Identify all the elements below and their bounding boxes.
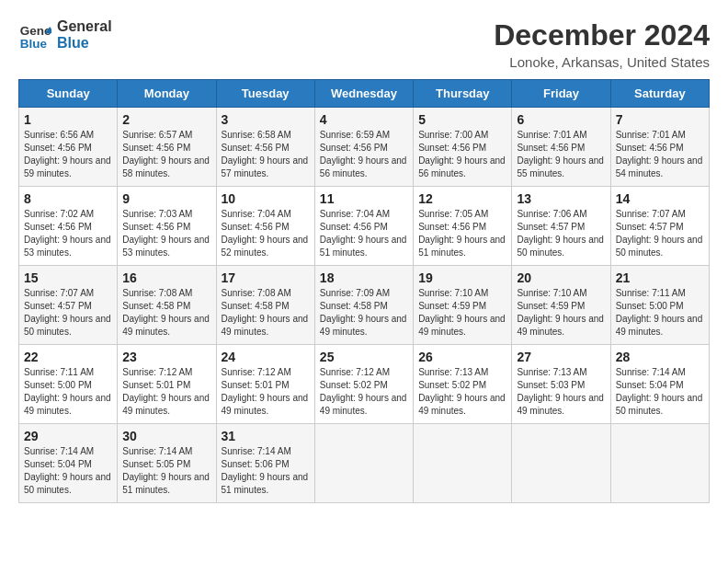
day-number: 28 bbox=[616, 350, 704, 364]
table-row: 5 Sunrise: 7:00 AM Sunset: 4:56 PM Dayli… bbox=[414, 108, 512, 187]
table-row: 15 Sunrise: 7:07 AM Sunset: 4:57 PM Dayl… bbox=[19, 266, 118, 345]
day-info: Sunrise: 6:56 AM Sunset: 4:56 PM Dayligh… bbox=[24, 129, 112, 180]
day-number: 23 bbox=[122, 350, 210, 364]
day-number: 11 bbox=[320, 191, 408, 206]
day-number: 7 bbox=[616, 112, 704, 127]
calendar-title: December 2024 bbox=[494, 18, 710, 52]
table-row: 6 Sunrise: 7:01 AM Sunset: 4:56 PM Dayli… bbox=[512, 108, 610, 187]
logo-icon: General Blue bbox=[18, 18, 51, 52]
table-row bbox=[314, 424, 413, 503]
day-number: 13 bbox=[517, 191, 605, 206]
header-tuesday: Tuesday bbox=[216, 80, 314, 108]
header-saturday: Saturday bbox=[610, 80, 709, 108]
title-area: December 2024 Lonoke, Arkansas, United S… bbox=[494, 18, 710, 70]
logo: General Blue General Blue bbox=[18, 18, 112, 52]
day-info: Sunrise: 7:04 AM Sunset: 4:56 PM Dayligh… bbox=[222, 208, 310, 259]
day-number: 31 bbox=[222, 429, 310, 443]
calendar-week-row: 29 Sunrise: 7:14 AM Sunset: 5:04 PM Dayl… bbox=[19, 424, 710, 503]
table-row: 30 Sunrise: 7:14 AM Sunset: 5:05 PM Dayl… bbox=[118, 424, 216, 503]
table-row: 16 Sunrise: 7:08 AM Sunset: 4:58 PM Dayl… bbox=[118, 266, 216, 345]
table-row bbox=[414, 424, 512, 503]
day-info: Sunrise: 7:10 AM Sunset: 4:59 PM Dayligh… bbox=[418, 287, 506, 339]
day-number: 17 bbox=[222, 270, 310, 285]
table-row: 2 Sunrise: 6:57 AM Sunset: 4:56 PM Dayli… bbox=[118, 108, 216, 187]
day-info: Sunrise: 7:09 AM Sunset: 4:58 PM Dayligh… bbox=[320, 287, 408, 339]
day-info: Sunrise: 7:04 AM Sunset: 4:56 PM Dayligh… bbox=[320, 208, 408, 259]
day-info: Sunrise: 7:13 AM Sunset: 5:03 PM Dayligh… bbox=[517, 366, 605, 418]
day-info: Sunrise: 7:07 AM Sunset: 4:57 PM Dayligh… bbox=[616, 208, 704, 259]
day-info: Sunrise: 6:59 AM Sunset: 4:56 PM Dayligh… bbox=[320, 129, 408, 180]
table-row: 12 Sunrise: 7:05 AM Sunset: 4:56 PM Dayl… bbox=[414, 187, 512, 266]
table-row: 9 Sunrise: 7:03 AM Sunset: 4:56 PM Dayli… bbox=[118, 187, 216, 266]
header-sunday: Sunday bbox=[19, 80, 118, 108]
day-number: 10 bbox=[222, 191, 310, 206]
day-info: Sunrise: 7:14 AM Sunset: 5:06 PM Dayligh… bbox=[222, 445, 310, 497]
day-number: 9 bbox=[122, 191, 210, 206]
day-info: Sunrise: 7:12 AM Sunset: 5:01 PM Dayligh… bbox=[122, 366, 210, 418]
table-row: 3 Sunrise: 6:58 AM Sunset: 4:56 PM Dayli… bbox=[216, 108, 314, 187]
day-info: Sunrise: 7:01 AM Sunset: 4:56 PM Dayligh… bbox=[517, 129, 605, 180]
table-row: 31 Sunrise: 7:14 AM Sunset: 5:06 PM Dayl… bbox=[216, 424, 314, 503]
calendar-week-row: 1 Sunrise: 6:56 AM Sunset: 4:56 PM Dayli… bbox=[19, 108, 710, 187]
calendar-week-row: 15 Sunrise: 7:07 AM Sunset: 4:57 PM Dayl… bbox=[19, 266, 710, 345]
day-info: Sunrise: 7:07 AM Sunset: 4:57 PM Dayligh… bbox=[24, 287, 112, 339]
table-row: 10 Sunrise: 7:04 AM Sunset: 4:56 PM Dayl… bbox=[216, 187, 314, 266]
table-row: 29 Sunrise: 7:14 AM Sunset: 5:04 PM Dayl… bbox=[19, 424, 118, 503]
day-info: Sunrise: 7:02 AM Sunset: 4:56 PM Dayligh… bbox=[24, 208, 112, 259]
header-monday: Monday bbox=[118, 80, 216, 108]
table-row: 27 Sunrise: 7:13 AM Sunset: 5:03 PM Dayl… bbox=[512, 345, 610, 424]
day-info: Sunrise: 7:10 AM Sunset: 4:59 PM Dayligh… bbox=[517, 287, 605, 339]
day-number: 15 bbox=[24, 270, 112, 285]
table-row: 7 Sunrise: 7:01 AM Sunset: 4:56 PM Dayli… bbox=[610, 108, 709, 187]
table-row: 21 Sunrise: 7:11 AM Sunset: 5:00 PM Dayl… bbox=[610, 266, 709, 345]
day-number: 18 bbox=[320, 270, 408, 285]
day-number: 8 bbox=[24, 191, 112, 206]
day-number: 20 bbox=[517, 270, 605, 285]
day-number: 21 bbox=[616, 270, 704, 285]
table-row: 19 Sunrise: 7:10 AM Sunset: 4:59 PM Dayl… bbox=[414, 266, 512, 345]
day-info: Sunrise: 7:00 AM Sunset: 4:56 PM Dayligh… bbox=[418, 129, 506, 180]
logo-text-general: General bbox=[57, 18, 112, 35]
day-number: 19 bbox=[418, 270, 506, 285]
table-row: 1 Sunrise: 6:56 AM Sunset: 4:56 PM Dayli… bbox=[19, 108, 118, 187]
day-number: 5 bbox=[418, 112, 506, 127]
table-row: 18 Sunrise: 7:09 AM Sunset: 4:58 PM Dayl… bbox=[314, 266, 413, 345]
table-row: 20 Sunrise: 7:10 AM Sunset: 4:59 PM Dayl… bbox=[512, 266, 610, 345]
day-info: Sunrise: 7:01 AM Sunset: 4:56 PM Dayligh… bbox=[616, 129, 704, 180]
day-number: 12 bbox=[418, 191, 506, 206]
day-info: Sunrise: 7:12 AM Sunset: 5:02 PM Dayligh… bbox=[320, 366, 408, 418]
day-number: 3 bbox=[222, 112, 310, 127]
day-number: 29 bbox=[24, 429, 112, 443]
day-info: Sunrise: 7:08 AM Sunset: 4:58 PM Dayligh… bbox=[122, 287, 210, 339]
calendar-week-row: 22 Sunrise: 7:11 AM Sunset: 5:00 PM Dayl… bbox=[19, 345, 710, 424]
day-number: 14 bbox=[616, 191, 704, 206]
day-number: 4 bbox=[320, 112, 408, 127]
day-info: Sunrise: 7:03 AM Sunset: 4:56 PM Dayligh… bbox=[122, 208, 210, 259]
calendar-subtitle: Lonoke, Arkansas, United States bbox=[494, 54, 710, 70]
header-friday: Friday bbox=[512, 80, 610, 108]
day-number: 2 bbox=[122, 112, 210, 127]
day-info: Sunrise: 7:14 AM Sunset: 5:05 PM Dayligh… bbox=[122, 445, 210, 497]
table-row: 4 Sunrise: 6:59 AM Sunset: 4:56 PM Dayli… bbox=[314, 108, 413, 187]
day-info: Sunrise: 7:06 AM Sunset: 4:57 PM Dayligh… bbox=[517, 208, 605, 259]
day-number: 16 bbox=[122, 270, 210, 285]
table-row: 11 Sunrise: 7:04 AM Sunset: 4:56 PM Dayl… bbox=[314, 187, 413, 266]
header-thursday: Thursday bbox=[414, 80, 512, 108]
svg-text:Blue: Blue bbox=[20, 37, 48, 51]
day-info: Sunrise: 7:11 AM Sunset: 5:00 PM Dayligh… bbox=[24, 366, 112, 418]
day-info: Sunrise: 7:12 AM Sunset: 5:01 PM Dayligh… bbox=[222, 366, 310, 418]
day-number: 26 bbox=[418, 350, 506, 364]
calendar-week-row: 8 Sunrise: 7:02 AM Sunset: 4:56 PM Dayli… bbox=[19, 187, 710, 266]
day-info: Sunrise: 7:14 AM Sunset: 5:04 PM Dayligh… bbox=[616, 366, 704, 418]
day-number: 30 bbox=[122, 429, 210, 443]
day-number: 22 bbox=[24, 350, 112, 364]
day-info: Sunrise: 6:57 AM Sunset: 4:56 PM Dayligh… bbox=[122, 129, 210, 180]
day-info: Sunrise: 7:08 AM Sunset: 4:58 PM Dayligh… bbox=[222, 287, 310, 339]
day-info: Sunrise: 7:13 AM Sunset: 5:02 PM Dayligh… bbox=[418, 366, 506, 418]
logo-text-blue: Blue bbox=[57, 35, 112, 52]
day-number: 25 bbox=[320, 350, 408, 364]
day-info: Sunrise: 7:05 AM Sunset: 4:56 PM Dayligh… bbox=[418, 208, 506, 259]
table-row: 22 Sunrise: 7:11 AM Sunset: 5:00 PM Dayl… bbox=[19, 345, 118, 424]
table-row bbox=[512, 424, 610, 503]
day-number: 6 bbox=[517, 112, 605, 127]
